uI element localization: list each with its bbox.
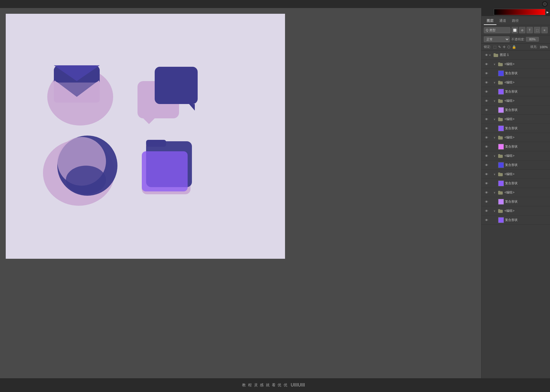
layer-eye-icon[interactable]: 👁 — [484, 117, 489, 122]
layer-chevron-icon[interactable]: ∨ — [494, 173, 498, 176]
layer-eye-icon[interactable]: 👁 — [484, 135, 489, 140]
layer-chevron-icon[interactable]: ∨ — [494, 81, 498, 84]
layer-item[interactable]: 👁∨ <编组> — [482, 60, 550, 69]
svg-rect-30 — [498, 136, 500, 137]
layer-item[interactable]: 👁复合形状 — [482, 69, 550, 78]
blend-mode-select[interactable]: 正常 — [484, 36, 510, 42]
layer-folder-icon — [498, 153, 503, 159]
filter-icon-pixel[interactable]: ⬜ — [512, 27, 518, 33]
lock-row: 锁定: ⬚ ✎ ✛ ⬡ 🔒 填充: 100% — [482, 44, 550, 50]
layer-folder-icon — [493, 52, 499, 58]
layer-eye-icon[interactable]: 👁 — [484, 89, 489, 94]
lock-pixel-icon[interactable]: ⬚ — [493, 45, 496, 49]
layer-eye-icon[interactable]: 👁 — [484, 80, 489, 85]
filter-icon-text[interactable]: T — [527, 27, 533, 33]
layer-folder-icon — [498, 135, 503, 140]
tab-paths[interactable]: 路径 — [509, 17, 522, 25]
layer-eye-icon[interactable]: 👁 — [484, 71, 489, 76]
layer-name: 图层 1 — [500, 53, 548, 57]
layers-list[interactable]: 👁∨ 图层 1👁∨ <编组>👁复合形状👁∨ <编组>👁复合形状👁∨ <编组>👁复… — [482, 50, 550, 378]
svg-marker-10 — [189, 104, 195, 111]
filter-icon-shape[interactable]: ⬚ — [534, 27, 540, 33]
layer-chevron-icon[interactable]: ∨ — [494, 209, 498, 212]
layer-item[interactable]: 👁∨ 图层 1 — [482, 50, 550, 60]
filter-icon-adjust[interactable]: ⊘ — [519, 27, 525, 33]
layer-item[interactable]: 👁∨ <编组> — [482, 96, 550, 105]
layer-name: <编组> — [504, 209, 548, 213]
layer-eye-icon[interactable]: 👁 — [484, 190, 489, 195]
filter-row: Q 类型 ⬜ ⊘ T ⬚ ≡ — [482, 25, 550, 35]
opacity-row: 不透明度: 80% — [511, 37, 539, 42]
layer-eye-icon[interactable]: 👁 — [484, 172, 489, 177]
layer-item[interactable]: 👁∨ <编组> — [482, 133, 550, 142]
layer-eye-icon[interactable]: 👁 — [484, 62, 489, 67]
layer-thumbnail — [498, 70, 504, 76]
layer-item[interactable]: 👁∨ <编组> — [482, 170, 550, 179]
svg-rect-9 — [155, 67, 198, 104]
layer-item[interactable]: 👁复合形状 — [482, 197, 550, 206]
layer-chevron-icon[interactable]: ∨ — [494, 154, 498, 157]
layer-eye-icon[interactable]: 👁 — [484, 144, 489, 149]
layer-item[interactable]: 👁∨ <编组> — [482, 115, 550, 124]
fill-value: 100% — [540, 45, 548, 49]
layer-item[interactable]: 👁复合形状 — [482, 215, 550, 225]
layer-thumbnail — [498, 126, 504, 131]
layer-name: <编组> — [504, 62, 548, 66]
layer-item[interactable]: 👁∨ <编组> — [482, 206, 550, 215]
color-picker-icon[interactable] — [542, 1, 548, 7]
layer-item[interactable]: 👁∨ <编组> — [482, 151, 550, 160]
lock-label: 锁定: — [484, 45, 491, 49]
layer-eye-icon[interactable]: 👁 — [484, 52, 489, 58]
tab-channels[interactable]: 通道 — [496, 17, 509, 25]
layer-item[interactable]: 👁复合形状 — [482, 87, 550, 96]
svg-rect-24 — [498, 81, 500, 82]
filter-search[interactable]: Q 类型 — [484, 27, 510, 33]
svg-rect-17 — [146, 140, 166, 147]
layer-name: <编组> — [504, 99, 548, 103]
svg-rect-26 — [498, 99, 500, 100]
lock-position-icon[interactable]: ✎ — [498, 45, 501, 49]
layer-item[interactable]: 👁复合形状 — [482, 105, 550, 115]
layer-eye-icon[interactable]: 👁 — [484, 181, 489, 186]
layer-item[interactable]: 👁∨ <编组> — [482, 78, 550, 87]
layer-folder-icon — [498, 116, 503, 122]
color-gradient[interactable] — [494, 9, 545, 15]
layer-chevron-icon[interactable]: ∨ — [489, 54, 493, 56]
layer-item[interactable]: 👁复合形状 — [482, 124, 550, 133]
layer-chevron-icon[interactable]: ∨ — [494, 63, 498, 66]
layer-item[interactable]: 👁复合形状 — [482, 142, 550, 151]
layer-item[interactable]: 👁复合形状 — [482, 160, 550, 170]
filter-icon-more[interactable]: ≡ — [541, 27, 548, 33]
opacity-label: 不透明度: — [511, 37, 525, 42]
lock-move-icon[interactable]: ✛ — [503, 45, 506, 49]
tab-layers[interactable]: 图层 — [484, 17, 496, 25]
layer-chevron-icon[interactable]: ∨ — [494, 136, 498, 139]
layer-eye-icon[interactable]: 👁 — [484, 199, 489, 204]
layer-folder-icon — [498, 61, 503, 67]
canvas-area — [0, 8, 481, 378]
lock-artboard-icon[interactable]: ⬡ — [507, 45, 510, 49]
layer-eye-icon[interactable]: 👁 — [484, 153, 489, 158]
layer-name: 复合形状 — [505, 108, 548, 112]
layer-eye-icon[interactable]: 👁 — [484, 107, 489, 113]
layer-name: <编组> — [504, 154, 548, 158]
layer-eye-icon[interactable]: 👁 — [484, 217, 489, 223]
layer-item[interactable]: 👁∨ <编组> — [482, 188, 550, 197]
layer-eye-icon[interactable]: 👁 — [484, 98, 489, 103]
layer-eye-icon[interactable]: 👁 — [484, 126, 489, 131]
layer-eye-icon[interactable]: 👁 — [484, 162, 489, 168]
layer-name: <编组> — [504, 117, 548, 121]
layer-chevron-icon[interactable]: ∨ — [494, 99, 498, 102]
layer-eye-icon[interactable]: 👁 — [484, 208, 489, 213]
layer-name: 复合形状 — [505, 71, 548, 75]
main-area: ▶ 图层 通道 路径 Q 类型 ⬜ ⊘ T ⬚ ≡ 正常 — [0, 8, 550, 378]
layer-chevron-icon[interactable]: ∨ — [494, 191, 498, 194]
opacity-value[interactable]: 80% — [526, 37, 539, 42]
svg-point-14 — [66, 166, 106, 194]
layer-chevron-icon[interactable]: ∨ — [494, 118, 498, 121]
layer-item[interactable]: 👁复合形状 — [482, 179, 550, 188]
canvas — [6, 14, 285, 259]
layer-thumbnail — [498, 107, 504, 113]
lock-all-icon[interactable]: 🔒 — [512, 45, 516, 49]
svg-rect-38 — [498, 209, 500, 210]
